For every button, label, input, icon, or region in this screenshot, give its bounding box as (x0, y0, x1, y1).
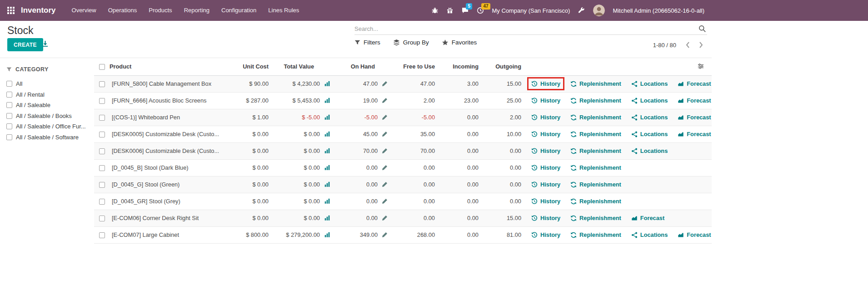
user-menu[interactable]: Mitchell Admin (20665062-16-0-all) (613, 7, 704, 14)
column-header-product[interactable]: Product (110, 58, 240, 75)
edit-quantity-pencil-icon[interactable] (382, 232, 388, 238)
history-button[interactable]: History (531, 97, 560, 104)
replenishment-button[interactable]: Replenishment (570, 215, 621, 221)
table-row[interactable]: [(COS-1)] Whiteboard Pen $ 1.00 $ -5.00 … (94, 109, 712, 126)
optional-columns-icon[interactable] (697, 63, 704, 69)
category-checkbox[interactable] (6, 123, 12, 129)
replenishment-button[interactable]: Replenishment (570, 231, 621, 238)
replenishment-button[interactable]: Replenishment (570, 97, 621, 104)
category-filter-item[interactable]: All / Saleable (6, 100, 90, 111)
history-button[interactable]: History (531, 198, 560, 205)
value-chart-icon[interactable] (324, 198, 330, 204)
select-all-checkbox[interactable] (99, 64, 105, 70)
value-chart-icon[interactable] (324, 98, 330, 103)
row-checkbox[interactable] (99, 199, 105, 205)
search-input[interactable] (354, 25, 698, 32)
column-header-incoming[interactable]: Incoming (439, 58, 483, 75)
replenishment-button[interactable]: Replenishment (570, 181, 621, 188)
forecast-button[interactable]: Forecast (678, 231, 711, 238)
edit-quantity-pencil-icon[interactable] (382, 148, 388, 154)
locations-button[interactable]: Locations (631, 97, 668, 104)
edit-quantity-pencil-icon[interactable] (382, 181, 388, 187)
value-chart-icon[interactable] (324, 114, 330, 120)
row-checkbox[interactable] (99, 182, 105, 188)
locations-button[interactable]: Locations (631, 231, 668, 238)
forecast-button[interactable]: Forecast (631, 215, 664, 221)
row-checkbox[interactable] (99, 132, 105, 137)
history-button[interactable]: History (531, 147, 560, 154)
edit-quantity-pencil-icon[interactable] (382, 165, 388, 171)
column-header-unit-cost[interactable]: Unit Cost (240, 58, 273, 75)
user-avatar[interactable] (593, 5, 605, 16)
search-icon[interactable] (698, 25, 707, 33)
row-checkbox[interactable] (99, 232, 105, 238)
category-checkbox[interactable] (6, 81, 12, 87)
category-checkbox[interactable] (6, 134, 12, 140)
row-checkbox[interactable] (99, 115, 105, 121)
row-checkbox[interactable] (99, 148, 105, 154)
row-checkbox[interactable] (99, 165, 105, 171)
menu-products[interactable]: Products (143, 0, 178, 21)
locations-button[interactable]: Locations (631, 114, 668, 121)
menu-reporting[interactable]: Reporting (178, 0, 215, 21)
history-button[interactable]: History (531, 131, 560, 137)
company-switcher[interactable]: My Company (San Francisco) (492, 7, 570, 14)
category-checkbox[interactable] (6, 92, 12, 98)
value-chart-icon[interactable] (324, 215, 330, 221)
create-button[interactable]: CREATE (7, 38, 43, 51)
category-filter-item[interactable]: All / Saleable / Office Fur... (6, 121, 90, 132)
menu-lines-rules[interactable]: Lines Rules (262, 0, 305, 21)
value-chart-icon[interactable] (324, 148, 330, 154)
history-button[interactable]: History (531, 114, 560, 121)
category-filter-item[interactable]: All / Saleable / Software (6, 132, 90, 143)
value-chart-icon[interactable] (324, 81, 330, 87)
column-header-on-hand[interactable]: On Hand (334, 58, 391, 75)
history-button[interactable]: History (531, 80, 560, 87)
column-header-free-to-use[interactable]: Free to Use (391, 58, 439, 75)
category-filter-item[interactable]: All / Saleable / Books (6, 111, 90, 122)
value-chart-icon[interactable] (324, 131, 330, 137)
history-button[interactable]: History (531, 164, 560, 171)
locations-button[interactable]: Locations (631, 80, 668, 87)
forecast-button[interactable]: Forecast (678, 131, 711, 137)
replenishment-button[interactable]: Replenishment (570, 80, 621, 87)
category-checkbox[interactable] (6, 102, 12, 108)
history-button[interactable]: History (531, 181, 560, 188)
history-button[interactable]: History (531, 231, 560, 238)
table-row[interactable]: [FURN_6666] Acoustic Bloc Screens $ 287.… (94, 92, 712, 109)
edit-quantity-pencil-icon[interactable] (382, 81, 388, 87)
favorites-button[interactable]: Favorites (442, 39, 477, 46)
replenishment-button[interactable]: Replenishment (570, 198, 621, 205)
forecast-button[interactable]: Forecast (678, 80, 711, 87)
menu-operations[interactable]: Operations (102, 0, 143, 21)
replenishment-button[interactable]: Replenishment (570, 147, 621, 154)
value-chart-icon[interactable] (324, 165, 330, 171)
replenishment-button[interactable]: Replenishment (570, 131, 621, 137)
bug-icon[interactable] (431, 7, 439, 14)
column-header-total-value[interactable]: Total Value (273, 58, 334, 75)
row-checkbox[interactable] (99, 216, 105, 221)
table-row[interactable]: [D_0045_GR] Stool (Grey) $ 0.00 $ 0.00 0… (94, 193, 712, 210)
table-row[interactable]: [E-COM06] Corner Desk Right Sit $ 0.00 $… (94, 210, 712, 226)
edit-quantity-pencil-icon[interactable] (382, 215, 388, 221)
forecast-button[interactable]: Forecast (678, 114, 711, 121)
forecast-button[interactable]: Forecast (678, 97, 711, 104)
value-chart-icon[interactable] (324, 232, 330, 238)
category-checkbox[interactable] (6, 113, 12, 119)
history-button[interactable]: History (531, 215, 560, 221)
replenishment-button[interactable]: Replenishment (570, 114, 621, 121)
category-filter-item[interactable]: All / Rental (6, 89, 90, 100)
row-checkbox[interactable] (99, 81, 105, 87)
table-row[interactable]: [DESK0006] Customizable Desk (Custo... $… (94, 142, 712, 159)
locations-button[interactable]: Locations (631, 147, 668, 154)
menu-overview[interactable]: Overview (66, 0, 102, 21)
pager-next-icon[interactable] (695, 40, 707, 49)
table-row[interactable]: [D_0045_G] Stool (Green) $ 0.00 $ 0.00 0… (94, 176, 712, 193)
tools-wrench-icon[interactable] (578, 7, 585, 15)
edit-quantity-pencil-icon[interactable] (382, 98, 388, 103)
table-row[interactable]: [DESK0005] Customizable Desk (Custo... $… (94, 126, 712, 142)
table-row[interactable]: [FURN_5800] Cable Management Box $ 90.00… (94, 75, 712, 92)
messages-icon[interactable]: 5 (461, 7, 469, 14)
pager-previous-icon[interactable] (682, 40, 694, 49)
value-chart-icon[interactable] (324, 181, 330, 187)
